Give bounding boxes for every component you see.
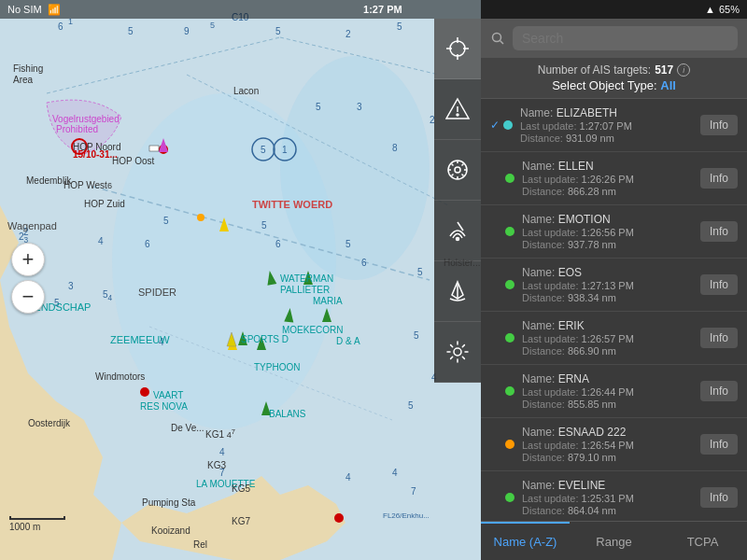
target-name: Name: EVELINE: [522, 479, 700, 492]
map-label-kg1: KG1 47: [205, 427, 235, 440]
map-label-oosterdijk: Oosterdijk: [28, 418, 70, 428]
ais-info-icon[interactable]: i: [677, 63, 690, 77]
svg-marker-20: [159, 138, 168, 152]
svg-text:5: 5: [163, 216, 169, 226]
nav-radio-button[interactable]: [434, 201, 481, 261]
nav-helm-button[interactable]: [434, 140, 481, 201]
info-button[interactable]: Info: [700, 434, 738, 455]
svg-text:5: 5: [128, 26, 134, 36]
ais-select-label: Select Object Type:: [552, 78, 657, 92]
target-dot: [505, 333, 514, 343]
zoom-in-button[interactable]: +: [11, 243, 45, 276]
nav-crosshair-button[interactable]: [434, 19, 481, 79]
svg-text:5: 5: [261, 220, 267, 231]
distance-label: Distance:: [520, 133, 566, 144]
info-button[interactable]: Info: [700, 115, 738, 135]
svg-text:4: 4: [345, 472, 351, 483]
target-dot: [505, 386, 514, 396]
svg-rect-23: [149, 146, 159, 151]
target-item: Name: EOS Last update: 1:27:13 PM Distan…: [481, 259, 747, 312]
map-label-kg7: KG7: [232, 516, 250, 526]
svg-text:5: 5: [417, 267, 423, 277]
svg-text:6: 6: [145, 239, 150, 249]
svg-text:2: 2: [345, 29, 351, 39]
side-panel: Number of AIS targets: 517 i Select Obje…: [481, 0, 747, 560]
target-dot: [505, 493, 514, 502]
target-item: Name: EMOTION Last update: 1:26:56 PM Di…: [481, 205, 747, 259]
search-input[interactable]: [513, 26, 738, 50]
map-label-area: Area: [13, 75, 33, 85]
svg-rect-0: [0, 0, 481, 560]
sort-tab-range[interactable]: Range: [570, 522, 658, 560]
nav-settings-button[interactable]: [434, 322, 481, 383]
svg-marker-10: [265, 270, 276, 286]
svg-line-82: [462, 164, 464, 166]
sort-tab-tcpa[interactable]: TCPA: [658, 522, 747, 560]
last-update-label: Last update:: [522, 386, 582, 398]
svg-point-65: [450, 41, 465, 56]
last-update-label: Last update:: [522, 333, 582, 344]
name-label: Name:: [522, 479, 558, 492]
target-last-update: Last update: 1:26:54 PM: [522, 440, 700, 451]
svg-marker-22: [228, 336, 237, 350]
svg-text:5: 5: [316, 102, 321, 112]
target-distance: Distance: 864.04 nm: [522, 505, 700, 516]
svg-text:5: 5: [408, 400, 414, 411]
ais-count-label: Number of AIS targets:: [538, 63, 651, 77]
distance-label: Distance:: [522, 292, 568, 303]
info-button[interactable]: Info: [700, 274, 738, 295]
target-dot: [505, 280, 514, 289]
map-label-fishing: Fishing: [13, 63, 43, 74]
info-button[interactable]: Info: [700, 168, 738, 189]
last-update-label: Last update:: [522, 174, 582, 185]
target-distance: Distance: 866.28 nm: [522, 186, 700, 197]
target-item: Name: ERIK Last update: 1:26:57 PM Dista…: [481, 312, 747, 365]
map-area[interactable]: 6 1 5 9 5 C10 5 2 5 5 3 8 2 5 5 4 5 2 4 …: [0, 0, 481, 560]
check-mark: ✓: [490, 119, 500, 132]
zoom-out-button[interactable]: −: [11, 280, 45, 314]
map-label-hop-west: HOP West6: [63, 180, 112, 190]
svg-text:4: 4: [392, 468, 398, 478]
svg-point-18: [140, 387, 149, 397]
last-update-label: Last update:: [520, 120, 580, 132]
svg-point-74: [455, 167, 460, 173]
info-button[interactable]: Info: [700, 381, 738, 401]
svg-line-6: [280, 37, 439, 75]
svg-text:9: 9: [184, 26, 190, 36]
svg-line-81: [452, 175, 454, 176]
svg-point-83: [457, 238, 459, 241]
sort-tab-name[interactable]: Name (A-Z): [481, 522, 570, 560]
nav-boat-button[interactable]: [434, 261, 481, 322]
target-last-update: Last update: 1:25:31 PM: [522, 493, 700, 504]
svg-point-3: [112, 93, 336, 429]
distance-label: Distance:: [522, 239, 568, 250]
wifi-icon: 📶: [48, 4, 61, 16]
distance-label: Distance:: [522, 345, 568, 357]
nav-warning-button[interactable]: [434, 79, 481, 140]
svg-text:5: 5: [345, 239, 351, 249]
target-info: Name: ERIK Last update: 1:26:57 PM Dista…: [522, 319, 700, 357]
map-label-vaart: VAART: [153, 390, 183, 400]
target-dot: [505, 174, 514, 183]
svg-text:5: 5: [210, 21, 215, 30]
info-button[interactable]: Info: [700, 328, 738, 348]
target-last-update: Last update: 1:27:13 PM: [522, 280, 700, 291]
svg-line-79: [452, 164, 454, 166]
svg-point-4: [280, 56, 430, 280]
map-label-hop-coord: 15/10-31...: [73, 149, 118, 160]
target-name: Name: ELLEN: [522, 160, 700, 173]
distance-label: Distance:: [522, 186, 568, 197]
info-button[interactable]: Info: [700, 221, 738, 242]
target-last-update: Last update: 1:26:44 PM: [522, 386, 700, 398]
svg-text:5: 5: [397, 21, 402, 32]
map-label-hop-oost: HOP Oost: [112, 156, 154, 166]
map-label-lacon: Lacon: [233, 86, 259, 96]
map-label-resNova: RES NOVA: [140, 401, 188, 412]
target-info: Name: EOS Last update: 1:27:13 PM Distan…: [522, 266, 700, 303]
svg-line-80: [462, 175, 464, 176]
info-button[interactable]: Info: [700, 487, 738, 508]
svg-text:7: 7: [411, 486, 416, 497]
name-label: Name:: [520, 106, 557, 119]
target-list: ✓ Name: ELIZABETH Last update: 1:27:07 P…: [481, 99, 747, 521]
target-distance: Distance: 937.78 nm: [522, 239, 700, 250]
